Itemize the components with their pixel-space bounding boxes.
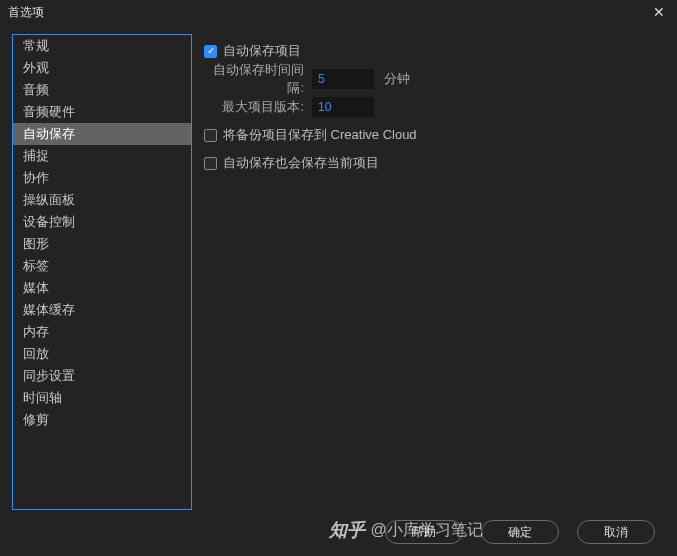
ok-button[interactable]: 确定 — [481, 520, 559, 544]
sidebar-item-playback[interactable]: 回放 — [13, 343, 191, 365]
sidebar-item-collaboration[interactable]: 协作 — [13, 167, 191, 189]
sidebar-item-timeline[interactable]: 时间轴 — [13, 387, 191, 409]
sidebar-item-device-control[interactable]: 设备控制 — [13, 211, 191, 233]
sidebar-item-media[interactable]: 媒体 — [13, 277, 191, 299]
sidebar-item-labels[interactable]: 标签 — [13, 255, 191, 277]
content-panel: 自动保存项目 自动保存时间间隔: 分钟 最大项目版本: 将备份项目保存到 Cre… — [204, 34, 665, 514]
label-interval: 自动保存时间间隔: — [204, 61, 304, 97]
checkbox-save-current[interactable] — [204, 157, 217, 170]
input-interval[interactable] — [312, 69, 374, 89]
sidebar-item-graphics[interactable]: 图形 — [13, 233, 191, 255]
sidebar-item-control-surface[interactable]: 操纵面板 — [13, 189, 191, 211]
row-save-current: 自动保存也会保存当前项目 — [204, 152, 665, 174]
sidebar-item-media-cache[interactable]: 媒体缓存 — [13, 299, 191, 321]
cancel-button[interactable]: 取消 — [577, 520, 655, 544]
label-max-versions: 最大项目版本: — [204, 98, 304, 116]
input-max-versions[interactable] — [312, 97, 374, 117]
sidebar-item-sync-settings[interactable]: 同步设置 — [13, 365, 191, 387]
sidebar: 常规 外观 音频 音频硬件 自动保存 捕捉 协作 操纵面板 设备控制 图形 标签… — [12, 34, 192, 510]
sidebar-item-audio[interactable]: 音频 — [13, 79, 191, 101]
close-icon[interactable]: ✕ — [649, 4, 669, 20]
sidebar-item-autosave[interactable]: 自动保存 — [13, 123, 191, 145]
sidebar-item-appearance[interactable]: 外观 — [13, 57, 191, 79]
sidebar-item-trim[interactable]: 修剪 — [13, 409, 191, 431]
main-area: 常规 外观 音频 音频硬件 自动保存 捕捉 协作 操纵面板 设备控制 图形 标签… — [0, 24, 677, 514]
row-interval: 自动保存时间间隔: 分钟 — [204, 68, 665, 90]
window-title: 首选项 — [8, 4, 44, 21]
sidebar-item-general[interactable]: 常规 — [13, 35, 191, 57]
row-autosave-enable: 自动保存项目 — [204, 40, 665, 62]
row-max-versions: 最大项目版本: — [204, 96, 665, 118]
sidebar-item-memory[interactable]: 内存 — [13, 321, 191, 343]
checkbox-backup-cc[interactable] — [204, 129, 217, 142]
label-backup-cc: 将备份项目保存到 Creative Cloud — [223, 126, 417, 144]
checkbox-autosave-enable[interactable] — [204, 45, 217, 58]
label-autosave-enable: 自动保存项目 — [223, 42, 301, 60]
label-save-current: 自动保存也会保存当前项目 — [223, 154, 379, 172]
sidebar-item-audio-hardware[interactable]: 音频硬件 — [13, 101, 191, 123]
footer-buttons: 帮助 确定 取消 — [385, 520, 655, 544]
sidebar-item-capture[interactable]: 捕捉 — [13, 145, 191, 167]
unit-interval: 分钟 — [384, 70, 410, 88]
zhihu-logo-icon: 知乎 — [329, 518, 365, 542]
help-button[interactable]: 帮助 — [385, 520, 463, 544]
titlebar: 首选项 ✕ — [0, 0, 677, 24]
row-backup-cc: 将备份项目保存到 Creative Cloud — [204, 124, 665, 146]
